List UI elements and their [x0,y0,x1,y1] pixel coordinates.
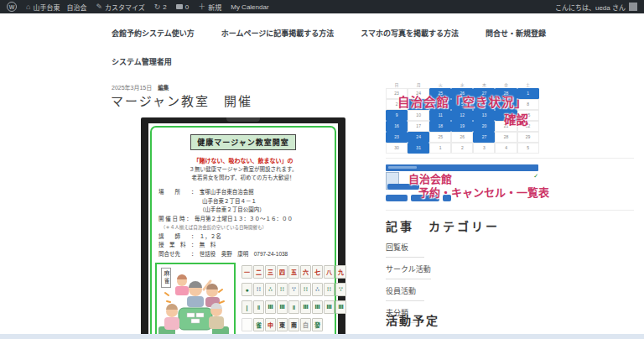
calendar-day-cell[interactable]: 23 [386,132,408,143]
mahjong-tile: 東 [277,318,288,331]
mahjong-tile: 五 [288,265,299,279]
flyer-intro-line: ３無い健康マージャン教室が開設されます。 [148,165,338,174]
calendar-day-header: 水 [451,81,473,88]
flyer-intro-line: 老若男女を問わず、初めての方も大歓迎！ [148,174,338,182]
customize-label: カスタマイズ [105,3,145,12]
calendar-day-header: 火 [429,81,451,88]
sidebar-divider [386,210,634,211]
calendar-day-cell[interactable]: 26 [451,132,473,143]
calendar-day-cell[interactable]: 10 [408,110,429,121]
mahjong-tile: ∴ [265,283,276,296]
nav-link[interactable]: ホームページに記事掲載する方法 [221,28,335,39]
mahjong-tile: ● [242,283,252,296]
post-date: 2025年3月15日編集 [112,83,169,91]
flyer-detail-line: 場 所 ： 宝塚山手台東自治会館 [158,188,338,197]
wordpress-logo-icon: W [7,2,17,12]
mahjong-tile: 中 [265,318,276,331]
category-link[interactable]: 役員活動 [386,285,424,301]
calendar-day-header: 土 [517,81,539,88]
nav-link[interactable]: スマホの写真を掲載する方法 [361,28,459,39]
calendar-day-cell[interactable]: 20 [473,121,495,132]
mahjong-tile: ‖ [253,300,264,314]
calendar-day-cell[interactable]: 27 [473,132,495,143]
flyer-detail-line: 山手台東２丁目４－１ [158,197,338,206]
mahjong-tile: Ⅲ [335,300,346,314]
nav-link[interactable]: 会館予約システム使い方 [112,28,195,39]
calendar-day-cell[interactable]: 29 [517,132,539,143]
check-icon: ✓ [533,173,538,180]
calendar-day-header: 日 [386,81,408,88]
calendar-day-cell[interactable]: 12 [451,110,473,121]
flyer-details: 場 所 ： 宝塚山手台東自治会館 山手台東２丁目４－１ （山手台東２丁目公園内）… [158,188,338,258]
mahjong-tile: 七 [312,265,323,279]
flyer-frame-notch [226,117,260,122]
calendar-day-cell[interactable]: 11 [429,110,451,121]
mahjong-tile: 雀 [253,318,264,331]
update-icon: ↻ [154,3,161,11]
wordpress-logo-menu[interactable]: W [7,2,17,12]
calendar-day-cell[interactable]: 30 [386,143,408,154]
updates-count: 2 [163,3,166,11]
calendar-day-header: 木 [473,81,495,88]
calendar-day-cell[interactable]: 28 [495,132,517,143]
mahjong-tile: 一 [242,265,252,279]
flyer-heading: 健康マージャン教室開室 [190,134,295,150]
customize-menu[interactable]: ✎ カスタマイズ [96,3,144,12]
page-title: マージャン教室 開催 [111,91,252,109]
sidebar-divider [386,158,634,159]
calendar-day-header: 月 [408,81,429,88]
flyer-intro: 「賭けない、吸わない、飲まない」の３無い健康マージャン教室が開設されます。老若男… [148,157,338,182]
calendar-day-cell[interactable]: 19 [451,121,473,132]
schedule-heading: 活動予定 [386,311,439,328]
category-link[interactable]: サークル活動 [386,263,431,279]
mahjong-tile: Ⅲ [312,300,323,314]
site-nav-row2: システム管理者用 [112,56,546,67]
calendar-day-cell[interactable]: 17 [408,121,429,132]
my-calendar-menu[interactable]: My Calendar [231,3,268,11]
mahjong-players-illustration: 麻雀 [155,263,236,339]
calendar-day-cell[interactable]: 5 [517,143,539,154]
category-link[interactable]: 回覧板 [386,242,424,258]
flyer-image[interactable]: 健康マージャン教室開室 「賭けない、吸わない、飲まない」の３無い健康マージャン教… [141,117,345,339]
comments-menu[interactable]: 0 [176,3,189,11]
new-label: 新規 [208,3,221,12]
home-icon: ⌂ [26,3,30,11]
updates-menu[interactable]: ↻ 2 [154,3,167,11]
site-name-label: 山手台東 自治会 [33,3,86,12]
calendar-day-cell[interactable]: 2 [451,143,473,154]
calendar-day-cell[interactable]: 31 [408,143,429,154]
post-date-text: 2025年3月15日 [112,85,152,91]
mahjong-tile: 六 [300,265,311,279]
reservation-button[interactable] [386,195,408,201]
new-content-menu[interactable]: ＋ 新規 [198,3,221,12]
mahjong-tile: ∵ [335,283,346,296]
mahjong-tile: ∵ [288,283,299,296]
calendar-day-cell[interactable]: 24 [408,132,429,143]
edit-link[interactable]: 編集 [158,85,169,91]
nav-link[interactable]: 問合せ・新規登録 [486,28,546,39]
calendar-day-cell[interactable]: 9 [386,110,408,121]
mahjong-tiles-grid: 一二三四五六七八九●∷∴∷∵∷∴∷∵|‖ⅢⅢ‖ⅢⅢⅢⅢ雀中東南白發 [242,265,346,339]
mahjong-tile: Ⅲ [300,300,311,314]
mahjong-tile [242,318,252,331]
page: W ⌂ 山手台東 自治会 ✎ カスタマイズ ↻ 2 0 ＋ 新規 My Cale… [0,0,644,339]
nav-link[interactable]: システム管理者用 [112,56,172,67]
calendar-day-cell[interactable]: 4 [495,143,517,154]
calendar-day-cell[interactable]: 13 [473,110,495,121]
howdy-greeting[interactable]: こんにちは、ueda さん [555,3,626,12]
calendar-day-cell[interactable]: 1 [429,143,451,154]
calendar-day-cell[interactable]: 18 [429,121,451,132]
flyer-paper: 健康マージャン教室開室 「賭けない、吸わない、飲まない」の３無い健康マージャン教… [148,123,338,339]
calendar-day-cell[interactable]: 3 [473,143,495,154]
mahjong-sign-label: 麻雀 [161,268,171,288]
mahjong-tile: 南 [288,318,299,331]
calendar-day-cell[interactable]: 16 [386,121,408,132]
mahjong-tile: 白 [300,318,311,331]
mahjong-tile: 九 [335,265,346,279]
mahjong-tile: | [242,300,252,314]
flyer-intro-line: 「賭けない、吸わない、飲まない」の [148,157,338,165]
calendar-day-header: 金 [495,81,517,88]
site-name-menu[interactable]: ⌂ 山手台東 自治会 [26,3,86,12]
mahjong-tile: 四 [277,265,288,279]
calendar-day-cell[interactable]: 25 [429,132,451,143]
